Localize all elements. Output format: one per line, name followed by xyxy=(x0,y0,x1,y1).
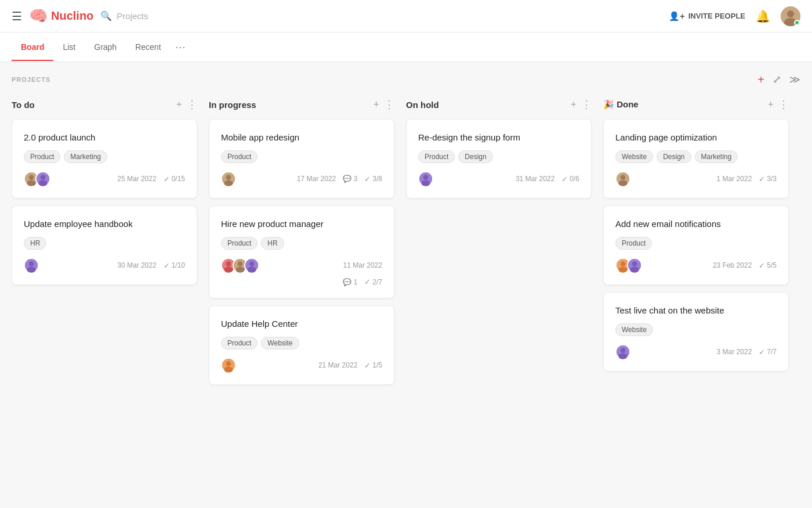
card-avatars xyxy=(221,171,233,186)
card-tags: Product xyxy=(221,150,382,163)
card-employee-handbook[interactable]: Update employee handbook HR 30 Mar 2022 … xyxy=(12,206,197,285)
card-footer-right: 1 Mar 2022 ✓ 3/3 xyxy=(717,175,777,183)
svg-point-1 xyxy=(787,10,794,17)
card-tags: Product Website xyxy=(221,337,382,350)
add-card-inprogress[interactable]: + xyxy=(373,99,379,110)
card-signup-form[interactable]: Re-design the signup form Product Design… xyxy=(406,119,592,199)
svg-point-26 xyxy=(224,367,233,373)
invite-button[interactable]: 👤+ INVITE PEOPLE xyxy=(669,11,745,21)
tag-product: Product xyxy=(221,337,258,350)
card-email-notifications[interactable]: Add new email notifications Product xyxy=(603,206,789,285)
card-landing-page[interactable]: Landing page optimization Website Design… xyxy=(603,119,789,199)
tab-graph[interactable]: Graph xyxy=(85,34,126,61)
card-date: 30 Mar 2022 xyxy=(117,261,156,269)
check-icon: ✓ xyxy=(364,278,371,286)
card-tags: Website xyxy=(615,323,777,336)
card-live-chat[interactable]: Test live chat on the website Website 3 … xyxy=(603,292,789,372)
card-avatars xyxy=(615,258,639,273)
collapse-icon[interactable]: ≫ xyxy=(789,74,800,85)
logo[interactable]: 🧠 Nuclino xyxy=(29,7,93,25)
topbar: ☰ 🧠 Nuclino 🔍 Projects 👤+ INVITE PEOPLE … xyxy=(0,0,812,33)
avatar xyxy=(418,171,433,186)
card-title: Update employee handbook xyxy=(24,218,185,230)
card-product-launch[interactable]: 2.0 product launch Product Marketing xyxy=(12,119,197,199)
svg-point-19 xyxy=(238,261,242,266)
card-hire-product-manager[interactable]: Hire new product manager Product HR xyxy=(209,206,394,298)
card-meta-row: 💬 1 ✓ 2/7 xyxy=(221,278,382,286)
card-tags: Product Design xyxy=(418,150,579,163)
card-avatars xyxy=(221,358,233,373)
card-footer: 3 Mar 2022 ✓ 7/7 xyxy=(615,344,777,359)
tab-list[interactable]: List xyxy=(53,34,85,61)
tab-board[interactable]: Board xyxy=(12,34,53,61)
card-date: 1 Mar 2022 xyxy=(717,175,752,183)
user-avatar[interactable] xyxy=(781,6,800,26)
tab-more-icon[interactable]: ⋯ xyxy=(171,33,190,62)
card-avatars xyxy=(418,171,430,186)
add-card-done[interactable]: + xyxy=(767,99,774,110)
logo-text: Nuclino xyxy=(51,9,93,23)
check-icon: ✓ xyxy=(364,175,371,183)
add-project-button[interactable]: + xyxy=(757,74,764,85)
svg-point-23 xyxy=(247,267,256,273)
add-card-todo[interactable]: + xyxy=(176,99,182,110)
card-date: 11 Mar 2022 xyxy=(343,261,382,269)
card-date: 25 Mar 2022 xyxy=(117,175,156,183)
card-footer-right: 30 Mar 2022 ✓ 1/10 xyxy=(117,261,185,270)
logo-icon: 🧠 xyxy=(29,7,48,25)
card-footer: 11 Mar 2022 xyxy=(221,258,382,273)
svg-point-16 xyxy=(226,261,231,266)
menu-done[interactable]: ⋮ xyxy=(778,99,789,110)
expand-icon[interactable]: ⤢ xyxy=(773,74,781,85)
card-update-help-center[interactable]: Update Help Center Product Website 21 Ma… xyxy=(209,305,394,385)
search-icon: 🔍 xyxy=(100,10,112,21)
search-bar[interactable]: 🔍 Projects xyxy=(100,10,148,21)
column-header-onhold: On hold + ⋮ xyxy=(406,97,592,112)
tabs-bar: Board List Graph Recent ⋯ xyxy=(0,33,812,62)
card-title: Landing page optimization xyxy=(615,131,777,143)
check-icon: ✓ xyxy=(561,175,568,183)
card-check: ✓ 0/6 xyxy=(561,175,579,183)
tag-design: Design xyxy=(657,150,691,163)
svg-point-17 xyxy=(224,267,233,273)
avatar xyxy=(221,171,236,186)
menu-todo[interactable]: ⋮ xyxy=(187,99,197,110)
add-card-onhold[interactable]: + xyxy=(570,99,577,110)
column-header-todo: To do + ⋮ xyxy=(12,97,197,112)
svg-point-28 xyxy=(423,175,428,179)
svg-point-35 xyxy=(618,267,627,273)
notifications-icon[interactable]: 🔔 xyxy=(756,9,770,23)
menu-inprogress[interactable]: ⋮ xyxy=(384,99,394,110)
svg-point-8 xyxy=(38,181,47,186)
column-done: 🎉 Done + ⋮ Landing page optimization Web… xyxy=(603,97,789,379)
board: To do + ⋮ 2.0 product launch Product Mar… xyxy=(12,97,800,392)
card-footer-right: 23 Feb 2022 ✓ 5/5 xyxy=(713,261,777,270)
column-todo-actions: + ⋮ xyxy=(176,99,197,110)
column-header-done: 🎉 Done + ⋮ xyxy=(603,97,789,112)
menu-onhold[interactable]: ⋮ xyxy=(581,99,592,110)
card-footer-right: 21 Mar 2022 ✓ 1/5 xyxy=(318,361,382,370)
column-title-inprogress: In progress xyxy=(209,100,256,110)
card-tags: Website Design Marketing xyxy=(615,150,777,163)
tag-design: Design xyxy=(458,150,492,163)
card-mobile-redesign[interactable]: Mobile app redesign Product 17 Mar 2022 … xyxy=(209,119,394,199)
column-done-actions: + ⋮ xyxy=(767,99,789,110)
tag-product: Product xyxy=(615,237,652,250)
column-onhold-actions: + ⋮ xyxy=(570,99,592,110)
svg-point-11 xyxy=(27,267,35,273)
svg-point-10 xyxy=(29,261,34,266)
svg-point-41 xyxy=(618,354,627,359)
menu-icon[interactable]: ☰ xyxy=(12,9,22,23)
tag-product: Product xyxy=(24,150,60,163)
check-icon: ✓ xyxy=(759,261,765,270)
svg-point-31 xyxy=(621,175,625,179)
tab-recent[interactable]: Recent xyxy=(126,34,170,61)
topbar-left: ☰ 🧠 Nuclino 🔍 Projects xyxy=(12,7,669,25)
card-avatars xyxy=(24,171,47,186)
card-title: Add new email notifications xyxy=(615,218,777,230)
column-todo: To do + ⋮ 2.0 product launch Product Mar… xyxy=(12,97,197,292)
card-title: Re-design the signup form xyxy=(418,131,579,143)
card-check: ✓ 7/7 xyxy=(759,348,777,356)
card-footer-right: 25 Mar 2022 ✓ 0/15 xyxy=(117,175,185,183)
search-placeholder: Projects xyxy=(117,11,148,21)
